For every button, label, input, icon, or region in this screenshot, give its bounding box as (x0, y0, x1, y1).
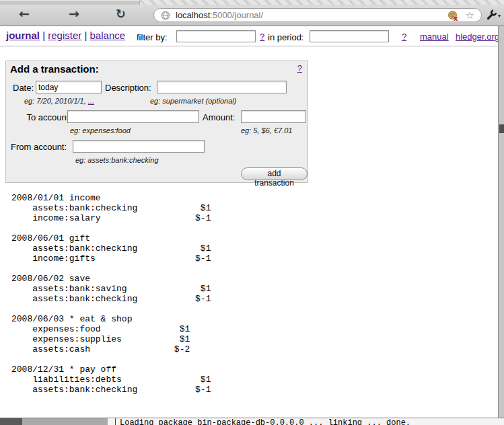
period-help-link[interactable]: ? (402, 32, 406, 42)
terminal-border (115, 418, 116, 425)
period-input[interactable] (310, 30, 389, 42)
url-path: :5000/journal/ (210, 10, 263, 20)
scrollbar-thumb[interactable] (499, 124, 504, 133)
in-period-label: in period: (268, 32, 303, 42)
journal-entry: 2008/06/02 save assets:bank:saving $1 as… (11, 274, 211, 304)
terminal-output: Loading package bin-package-db-0.0.0.0 .… (120, 419, 410, 425)
date-label: Date: (13, 83, 34, 93)
journal-entry: 2008/01/01 income assets:bank:checking $… (11, 193, 211, 223)
page-content: Add a transaction: ? Date: Description: … (0, 46, 498, 418)
nav-link-register[interactable]: register (48, 30, 81, 41)
journal-entry: 2008/12/31 * pay off liabilities:debts $… (11, 364, 211, 395)
filter-input[interactable] (176, 30, 256, 42)
nav-separator: | (81, 30, 89, 41)
reload-button[interactable]: ↻ (116, 7, 126, 21)
url-text: localhost:5000/journal/ (176, 9, 263, 22)
forward-button[interactable]: → (69, 6, 79, 21)
site-navbar: journal | register | balance filter by: … (0, 26, 498, 46)
journal-entry: 2008/06/01 gift assets:bank:checking $1 … (11, 233, 211, 264)
browser-tab[interactable] (0, 0, 140, 5)
amount-hint: eg: 5, $6, €7.01 (241, 126, 292, 134)
description-hint: eg: supermarket (optional) (150, 97, 236, 105)
description-input[interactable] (157, 81, 287, 93)
wrench-caret-icon[interactable]: ▾ (498, 13, 501, 19)
back-button[interactable]: ← (19, 6, 30, 21)
page-globe-icon (161, 11, 170, 23)
browser-toolbar: ← → ↻ localhost:5000/journal/ x ☆ (0, 5, 504, 26)
background-terminal-strip: Loading package bin-package-db-0.0.0.0 .… (0, 418, 504, 425)
from-account-hint: eg: assets:bank:checking (75, 156, 159, 164)
from-account-label: From account: (11, 142, 67, 152)
date-hint-more-link[interactable]: ... (88, 97, 94, 105)
svg-text:x: x (454, 15, 458, 22)
filter-by-label: filter by: (137, 32, 168, 42)
add-transaction-button[interactable]: add transaction (241, 167, 308, 180)
cookie-blocked-icon[interactable]: x (447, 10, 459, 24)
to-account-input[interactable] (67, 110, 199, 123)
date-hint: eg: 7/20, 2010/1/1, ... (24, 97, 94, 105)
panel-help-link[interactable]: ? (297, 63, 302, 73)
add-transaction-panel: Add a transaction: ? Date: Description: … (5, 61, 308, 183)
manual-link[interactable]: manual (420, 32, 449, 42)
date-input[interactable] (36, 81, 102, 93)
terminal-window: Loading package bin-package-db-0.0.0.0 .… (108, 418, 504, 425)
journal: 2008/01/01 income assets:bank:checking $… (11, 193, 211, 405)
filter-help-link[interactable]: ? (260, 32, 264, 42)
terminal-left-edge (0, 418, 22, 425)
amount-label: Amount: (203, 112, 235, 122)
wrench-menu-icon[interactable] (486, 9, 497, 24)
address-bar[interactable]: localhost:5000/journal/ x ☆ (153, 8, 482, 22)
journal-entry: 2008/06/03 * eat & shop expenses:food $1… (11, 314, 211, 354)
description-label: Description: (105, 83, 151, 93)
nav-links: journal | register | balance (6, 30, 125, 41)
nav-link-journal[interactable]: journal (6, 30, 40, 41)
to-account-label: To account: (18, 112, 71, 122)
nav-link-balance[interactable]: balance (90, 30, 126, 41)
from-account-input[interactable] (73, 140, 205, 153)
panel-title: Add a transaction: (10, 63, 99, 75)
hledger-org-link[interactable]: hledger.org (456, 32, 499, 42)
date-hint-text: eg: 7/20, 2010/1/1, (24, 97, 88, 105)
nav-separator: | (40, 30, 48, 41)
to-account-hint: eg: expenses:food (70, 126, 131, 134)
amount-input[interactable] (241, 110, 306, 123)
tab-strip (0, 0, 504, 5)
url-host: localhost (176, 10, 210, 20)
scrollbar-track[interactable] (498, 26, 504, 418)
bookmark-star-icon[interactable]: ☆ (466, 9, 474, 23)
